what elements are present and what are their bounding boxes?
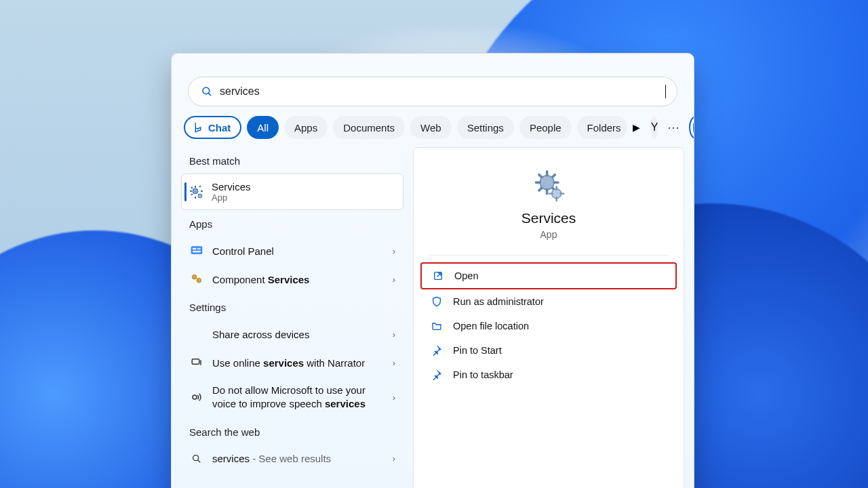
svg-rect-10 (192, 359, 199, 365)
services-icon (187, 183, 205, 201)
svg-point-0 (203, 87, 210, 94)
svg-point-9 (197, 278, 201, 283)
chat-pill[interactable]: Chat (184, 116, 241, 139)
speech-icon (189, 390, 204, 405)
svg-point-3 (198, 194, 202, 198)
result-label: Use online services with Narrator (212, 357, 384, 369)
narrator-icon (189, 355, 204, 370)
chevron-right-icon: › (393, 246, 395, 256)
bing-icon (690, 122, 694, 133)
svg-rect-4 (191, 246, 203, 254)
result-speech-services[interactable]: Do not allow Microsoft to use your voice… (181, 377, 403, 418)
result-label: Control Panel (212, 245, 384, 257)
results-column: Best match Services App Apps Control Pan… (181, 147, 403, 488)
chat-label: Chat (208, 122, 231, 134)
pin-icon (430, 344, 443, 357)
pin-icon (430, 368, 443, 382)
divider (429, 255, 669, 256)
filter-scroll-right[interactable]: ▶ (633, 122, 640, 133)
shield-icon (430, 295, 443, 308)
chevron-right-icon: › (393, 392, 395, 403)
filter-people[interactable]: People (519, 116, 572, 139)
best-match-title: Services (212, 181, 251, 192)
bing-chat-icon (192, 121, 204, 134)
start-search-panel: Chat All Apps Documents Web Settings Peo… (171, 53, 694, 488)
svg-point-12 (193, 455, 199, 460)
filter-apps[interactable]: Apps (284, 116, 328, 139)
svg-point-2 (193, 188, 198, 194)
chevron-right-icon: › (393, 274, 395, 285)
services-large-icon (530, 167, 568, 207)
action-label: Run as administrator (453, 296, 544, 307)
svg-line-13 (198, 460, 201, 462)
group-web: Search the web (189, 426, 403, 438)
action-label: Open (454, 270, 478, 281)
component-services-icon (189, 272, 204, 287)
blank-icon (189, 327, 204, 342)
result-web-search[interactable]: services - See web results › (181, 445, 403, 473)
filter-folders[interactable]: Folders (577, 116, 627, 139)
group-best-match: Best match (189, 155, 403, 167)
folder-icon (430, 319, 443, 333)
filter-row: Chat All Apps Documents Web Settings Peo… (181, 116, 684, 147)
group-settings: Settings (189, 302, 403, 313)
open-icon (431, 269, 445, 283)
filter-web[interactable]: Web (410, 116, 452, 139)
search-icon (189, 451, 204, 466)
action-pin-start[interactable]: Pin to Start (420, 338, 677, 363)
filter-all[interactable]: All (247, 116, 279, 139)
svg-rect-5 (193, 248, 196, 250)
svg-point-11 (193, 395, 197, 399)
result-narrator-services[interactable]: Use online services with Narrator › (181, 348, 403, 377)
result-component-services[interactable]: Component Services › (181, 265, 403, 293)
best-match-result[interactable]: Services App (181, 174, 403, 210)
search-icon (201, 85, 213, 98)
action-open[interactable]: Open (420, 262, 677, 289)
action-open-location[interactable]: Open file location (420, 314, 677, 338)
action-label: Pin to taskbar (453, 369, 513, 380)
search-box[interactable] (188, 77, 677, 106)
action-run-admin[interactable]: Run as administrator (420, 289, 677, 314)
chevron-right-icon: › (393, 329, 395, 340)
svg-rect-6 (197, 248, 201, 250)
detail-type: App (540, 229, 557, 240)
result-label: Do not allow Microsoft to use your voice… (212, 384, 384, 411)
result-share-devices[interactable]: Share across devices › (181, 320, 403, 348)
result-label: Component Services (212, 274, 384, 285)
result-label: services - See web results (212, 453, 384, 464)
detail-title: Services (521, 210, 576, 226)
bing-button[interactable] (689, 116, 694, 139)
control-panel-icon (189, 243, 204, 258)
chevron-right-icon: › (393, 453, 395, 464)
svg-point-8 (192, 274, 197, 279)
svg-line-1 (208, 93, 211, 96)
best-match-subtitle: App (212, 192, 251, 203)
more-icon[interactable]: ⋯ (663, 120, 684, 135)
chevron-right-icon: › (393, 358, 395, 368)
account-avatar[interactable]: Y (651, 116, 658, 139)
group-apps: Apps (189, 218, 403, 230)
action-label: Open file location (453, 321, 529, 331)
filter-settings[interactable]: Settings (457, 116, 514, 139)
action-pin-taskbar[interactable]: Pin to taskbar (420, 363, 677, 387)
action-label: Pin to Start (453, 345, 502, 356)
detail-pane: Services App Open Run as administrator (413, 147, 684, 488)
result-label: Share across devices (212, 329, 384, 340)
filter-documents[interactable]: Documents (333, 116, 405, 139)
result-control-panel[interactable]: Control Panel › (181, 237, 403, 265)
search-input[interactable] (220, 85, 667, 98)
svg-rect-7 (193, 251, 201, 253)
text-caret (665, 85, 666, 98)
